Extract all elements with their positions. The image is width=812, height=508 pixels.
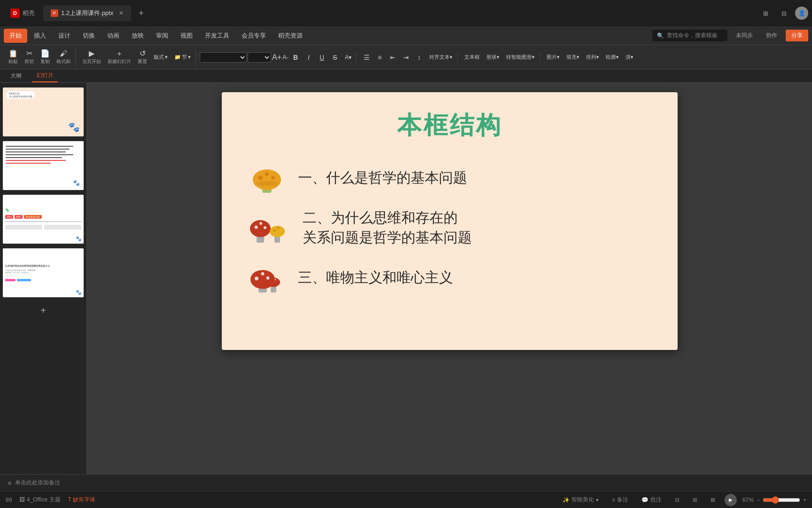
- shape-button[interactable]: 形状▾: [484, 52, 502, 62]
- toolbar-group-clipboard: 📋 粘贴 ✂ 剪切 📄 复制 🖌 格式刷: [4, 48, 76, 66]
- tab-close-icon[interactable]: ✕: [119, 10, 124, 16]
- toolbar: 📋 粘贴 ✂ 剪切 📄 复制 🖌 格式刷 ▶ 当页开始 ＋ 新建幻灯片 ↺ 重置: [0, 45, 812, 70]
- svg-point-4: [271, 176, 275, 180]
- outline-button[interactable]: 轮廓▾: [603, 52, 622, 62]
- underline-button[interactable]: U: [316, 52, 328, 63]
- align-text-button[interactable]: 对齐文本▾: [426, 52, 455, 62]
- font-color-button[interactable]: A▾: [342, 53, 354, 62]
- view-tab-row: 大纲 幻灯片: [0, 70, 812, 83]
- view-split-button[interactable]: ⊠: [707, 496, 719, 504]
- mushroom-icon-2: [250, 211, 289, 245]
- layout-btn-2[interactable]: ⊟: [777, 8, 791, 19]
- status-left: 89 🖼 4_Office 主题 T 缺失字体: [6, 496, 95, 504]
- notes-panel-button[interactable]: ≡ 备注: [608, 495, 632, 505]
- menu-item-start[interactable]: 开始: [4, 29, 27, 43]
- italic-button[interactable]: I: [303, 52, 315, 63]
- zoom-in-icon[interactable]: +: [803, 497, 806, 503]
- search-box[interactable]: 🔍 查找命令，搜索模板: [652, 30, 727, 41]
- slide-thumb-3[interactable]: 🦠 MBS MBS 相关政策分析 🐾: [2, 194, 85, 245]
- search-placeholder: 查找命令，搜索模板: [667, 32, 718, 40]
- add-slide-button[interactable]: +: [2, 303, 85, 318]
- svg-point-22: [261, 272, 264, 276]
- slide-thumb-2[interactable]: 🐾: [2, 140, 85, 191]
- app-tab[interactable]: D 稻壳: [4, 5, 41, 22]
- section-chevron-icon: ▾: [188, 54, 191, 60]
- menu-item-insert[interactable]: 插入: [28, 29, 52, 43]
- indent-decrease-button[interactable]: ⇤: [387, 52, 399, 63]
- file-tab[interactable]: P 1.2上课用课件.pptx ✕: [43, 5, 131, 21]
- main-area: PART.01什么是哲学的基本问题 🐾 🐾: [0, 83, 812, 474]
- slide-count: 89: [6, 497, 12, 503]
- menu-item-vip[interactable]: 会员专享: [236, 29, 272, 43]
- font-decrease-icon[interactable]: A-: [282, 54, 289, 60]
- line-height-button[interactable]: ↕: [413, 52, 425, 63]
- font-increase-icon[interactable]: A+: [272, 54, 281, 61]
- paste-button[interactable]: 📋 粘贴: [6, 48, 21, 66]
- comments-panel-button[interactable]: 💬 批注: [638, 495, 665, 505]
- menu-item-animation[interactable]: 动画: [102, 29, 125, 43]
- tab-outline[interactable]: 大纲: [6, 70, 26, 82]
- slide-item-text-2: 二、为什么思维和存在的 关系问题是哲学的基本问题: [303, 208, 472, 247]
- convert-shape-button[interactable]: 转智能图形▾: [503, 52, 538, 62]
- play-from-current-button[interactable]: ▶ 当页开始: [79, 48, 104, 66]
- menu-item-dev[interactable]: 开发工具: [199, 29, 235, 43]
- tab-add-button[interactable]: +: [135, 7, 148, 20]
- arrange-button[interactable]: 排列▾: [583, 52, 602, 62]
- sync-button[interactable]: 未同步: [731, 30, 757, 41]
- menu-item-slideshow[interactable]: 放映: [126, 29, 149, 43]
- font-family-select[interactable]: [200, 52, 247, 63]
- note-placeholder[interactable]: 单击此处添加备注: [15, 479, 60, 487]
- menu-item-transition[interactable]: 切换: [77, 29, 101, 43]
- slide-panel: PART.01什么是哲学的基本问题 🐾 🐾: [0, 83, 87, 474]
- slide-thumb-4[interactable]: 以本地区现在的发展用地范围及情况是什么 以先发区的具体情况为如，AAAAAA B…: [2, 247, 85, 298]
- share-button[interactable]: 分享: [786, 30, 808, 41]
- svg-point-13: [273, 230, 275, 232]
- section-dropdown[interactable]: 📁 节 ▾: [172, 52, 194, 62]
- smart-beautify-button[interactable]: ✨ 智能美化 ▾: [559, 495, 602, 505]
- reset-button[interactable]: ↺ 重置: [135, 48, 150, 66]
- slide-thumb-1[interactable]: PART.01什么是哲学的基本问题 🐾: [2, 87, 85, 137]
- cut-icon: ✂: [26, 50, 32, 57]
- view-grid-button[interactable]: ⊞: [689, 496, 701, 504]
- zoom-slider[interactable]: [763, 496, 800, 504]
- play-button[interactable]: ▶: [725, 494, 737, 506]
- strikethrough-button[interactable]: S: [329, 52, 341, 63]
- toolbar-group-slides: ▶ 当页开始 ＋ 新建幻灯片 ↺ 重置 版式 ▾ 📁 节 ▾: [78, 48, 196, 66]
- textbox-button[interactable]: 文本框: [461, 52, 483, 62]
- menu-bar: 开始 插入 设计 切换 动画 放映 审阅 视图 开发工具 会员专享 稻壳资源 🔍…: [0, 26, 812, 45]
- app-icon: D: [10, 8, 20, 18]
- view-single-button[interactable]: ⊟: [671, 496, 683, 504]
- file-name: 1.2上课用课件.pptx: [61, 9, 113, 17]
- zoom-out-icon[interactable]: −: [757, 497, 760, 503]
- menu-item-daoke[interactable]: 稻壳资源: [273, 29, 308, 43]
- bullet-list-button[interactable]: ☰: [360, 52, 373, 63]
- menu-item-design[interactable]: 设计: [53, 29, 76, 43]
- insert-image-button[interactable]: 图片▾: [544, 52, 562, 62]
- bold-button[interactable]: B: [289, 52, 302, 63]
- smart-chevron-icon: ▾: [596, 497, 599, 503]
- new-slide-button[interactable]: ＋ 新建幻灯片: [105, 48, 134, 66]
- user-avatar[interactable]: 👤: [795, 7, 808, 20]
- section-label: 节: [182, 54, 187, 61]
- theme-label: 🖼 4_Office 主题: [19, 496, 60, 504]
- fill-button[interactable]: 填充▾: [563, 52, 582, 62]
- slide-title: 本框结构: [222, 109, 678, 142]
- tab-slides[interactable]: 幻灯片: [32, 70, 58, 82]
- layout-btn-1[interactable]: ⊞: [758, 8, 773, 19]
- collab-button[interactable]: 协作: [761, 30, 782, 41]
- cut-button[interactable]: ✂ 剪切: [22, 48, 37, 66]
- note-icon: ≡: [8, 479, 11, 487]
- notes-icon: ≡: [612, 497, 615, 503]
- show-button[interactable]: 演▾: [623, 52, 636, 62]
- copy-button[interactable]: 📄 复制: [38, 48, 53, 66]
- play-label: 当页开始: [82, 58, 101, 65]
- number-list-button[interactable]: ≡: [374, 52, 386, 63]
- menu-item-review[interactable]: 审阅: [150, 29, 174, 43]
- format-painter-button[interactable]: 🖌 格式刷: [54, 48, 73, 66]
- font-size-select[interactable]: [248, 52, 271, 63]
- menu-item-view[interactable]: 视图: [175, 29, 198, 43]
- missing-font-label[interactable]: T 缺失字体: [68, 496, 95, 504]
- layout-dropdown[interactable]: 版式 ▾: [151, 52, 171, 62]
- indent-increase-button[interactable]: ⇥: [400, 52, 412, 63]
- theme-icon: 🖼: [19, 496, 25, 503]
